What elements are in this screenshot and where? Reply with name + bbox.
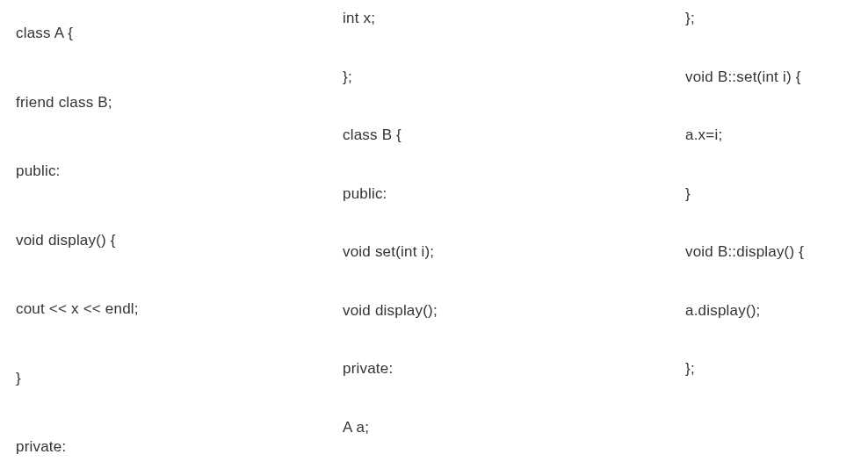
code-line: void set(int i); [343,241,685,263]
code-line: public: [16,160,343,183]
code-line: public: [343,183,685,206]
code-line: class B { [343,124,685,147]
code-line: } [685,183,868,206]
code-column-3: }; void B::set(int i) { a.x=i; } void B:… [685,0,868,476]
code-line: int x; [343,7,685,30]
code-line: a.x=i; [685,124,868,147]
code-line: void display(); [343,299,685,322]
code-line: }; [685,357,868,380]
code-column-1: class A { friend class B; public: void d… [0,0,343,476]
code-line: A a; [343,416,685,439]
code-line: void display() { [16,229,343,252]
code-line: } [16,367,343,390]
code-line: friend class B; [16,91,343,114]
code-line: void B::display() { [685,241,868,263]
code-container: class A { friend class B; public: void d… [0,0,868,476]
code-line: private: [343,357,685,380]
code-line: }; [685,7,868,30]
code-line: private: [16,436,343,458]
code-line: }; [343,66,685,89]
code-line: cout << x << endl; [16,298,343,321]
code-line: void B::set(int i) { [685,66,868,89]
code-line: class A { [16,22,343,45]
code-line: a.display(); [685,299,868,322]
code-column-2: int x; }; class B { public: void set(int… [343,0,685,476]
